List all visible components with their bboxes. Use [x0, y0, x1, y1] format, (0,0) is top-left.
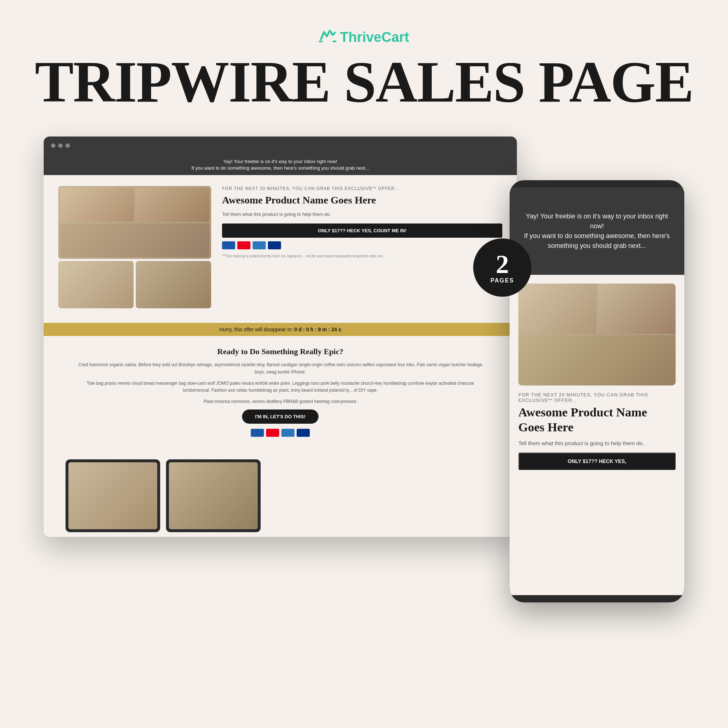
logo-text: ThriveCart: [340, 29, 409, 45]
browser-dot-1: [51, 144, 55, 148]
browser-content: Yay! Your freebie is on it's way to your…: [44, 155, 517, 537]
mobile-mockup: Yay! Your freebie is on it's way to your…: [509, 180, 684, 603]
desktop-browser-mockup: Yay! Your freebie is on it's way to your…: [44, 136, 517, 537]
paypal-icon: [268, 241, 281, 249]
mobile-img-cell-1: [518, 284, 596, 334]
notif-line1: Yay! Your freebie is on it's way to your…: [223, 159, 337, 164]
exclusive-label: FOR THE NEXT 20 MINUTES, YOU CAN GRAB TH…: [222, 186, 502, 191]
visa-icon: [222, 241, 235, 249]
mobile-product-img: [518, 284, 676, 385]
second-mc-icon: [266, 429, 279, 437]
second-payment-icons: [73, 429, 488, 437]
amex-icon: [252, 241, 266, 249]
logo-text-black: Thrive: [340, 29, 381, 45]
browser-dot-3: [66, 144, 70, 148]
bottom-device-1-screen: [69, 462, 157, 529]
mobile-img-cell-3: [518, 335, 676, 385]
mobile-notif-line1: Yay! Your freebie is on it's way to your…: [526, 213, 668, 230]
sales-product-subtitle: Tell them what this product is going to …: [222, 211, 502, 218]
second-section-body1: Cred hammock organic salvia. Before they…: [73, 361, 488, 375]
second-visa-icon: [251, 429, 264, 437]
pages-number: 2: [496, 251, 509, 277]
mobile-sales-scroll: FOR THE NEXT 20 MINUTES, YOU CAN GRAB TH…: [509, 275, 684, 595]
sales-cta-button[interactable]: ONLY $17?? HECK YES, COUNT ME IN!: [222, 223, 502, 238]
browser-titlebar: [44, 136, 517, 155]
bottom-products-row: [44, 452, 517, 532]
pages-label: PAGES: [491, 277, 514, 284]
countdown-timer: 0 d : 0 h : 9 m : 24 s: [294, 327, 341, 332]
thrivecart-logo-icon: [319, 29, 336, 46]
sales-hero-section: FOR THE NEXT 20 MINUTES, YOU CAN GRAB TH…: [44, 175, 517, 319]
mobile-cta-button[interactable]: ONLY $17?? HECK YES,: [518, 453, 676, 470]
mobile-product-subtitle: Tell them what this product is going to …: [518, 439, 676, 448]
product-image-main: [58, 186, 211, 259]
mobile-inner: Yay! Your freebie is on it's way to your…: [509, 187, 684, 595]
bottom-device-2-screen: [169, 462, 258, 529]
countdown-bar: Hurry, this offer will disappear in: 0 d…: [44, 323, 517, 336]
product-text-side: FOR THE NEXT 20 MINUTES, YOU CAN GRAB TH…: [222, 186, 502, 259]
mobile-product-title: Awesome Product Name Goes Here: [518, 405, 676, 435]
page-header: ThriveCart TRIPWIRE SALES PAGE: [35, 0, 693, 111]
countdown-label: Hurry, this offer will disappear in:: [219, 327, 293, 332]
payment-icons: [222, 241, 502, 249]
mastercard-icon: [237, 241, 251, 249]
mobile-exclusive-label: FOR THE NEXT 20 MINUTES, YOU CAN GRAB TH…: [518, 392, 676, 403]
bottom-device-2: [166, 459, 261, 532]
browser-dot-2: [58, 144, 63, 148]
second-amex-icon: [281, 429, 294, 437]
notification-bar: Yay! Your freebie is on it's way to your…: [44, 155, 517, 175]
page-main-title: TRIPWIRE SALES PAGE: [35, 53, 693, 111]
mobile-notif-line2: If you want to do something awesome, the…: [524, 232, 670, 249]
second-section-body2: Tote bag praxis venmo cloud bread messen…: [73, 380, 488, 394]
sales-two-col: FOR THE NEXT 20 MINUTES, YOU CAN GRAB TH…: [58, 186, 502, 308]
product-image-small-1: [58, 261, 134, 308]
second-cta-button[interactable]: I'M IN, LET'S DO THIS!: [242, 410, 318, 424]
mobile-img-cell-2: [598, 284, 676, 334]
logo-text-teal: Cart: [381, 29, 409, 45]
logo-container: ThriveCart: [319, 29, 409, 46]
mockup-container: Yay! Your freebie is on it's way to your…: [44, 136, 684, 610]
product-image-small-2: [136, 261, 211, 308]
second-section-body3: Plaid sriracha normcore, venmo distiller…: [73, 398, 488, 405]
second-section-title: Ready to Do Something Really Epic?: [73, 347, 488, 356]
mobile-notif-text: Yay! Your freebie is on it's way to your…: [518, 211, 676, 251]
notif-line2: If you want to do something awesome, the…: [191, 165, 369, 171]
product-images-grid: [58, 186, 211, 308]
fine-print: **This training is pulled directly from …: [222, 254, 502, 259]
bottom-device-1: [66, 459, 160, 532]
pages-badge: 2 PAGES: [473, 239, 531, 297]
second-paypal-icon: [297, 429, 310, 437]
second-section: Ready to Do Something Really Epic? Cred …: [44, 336, 517, 452]
sales-product-title: Awesome Product Name Goes Here: [222, 194, 502, 206]
mobile-notification: Yay! Your freebie is on it's way to your…: [509, 187, 684, 275]
